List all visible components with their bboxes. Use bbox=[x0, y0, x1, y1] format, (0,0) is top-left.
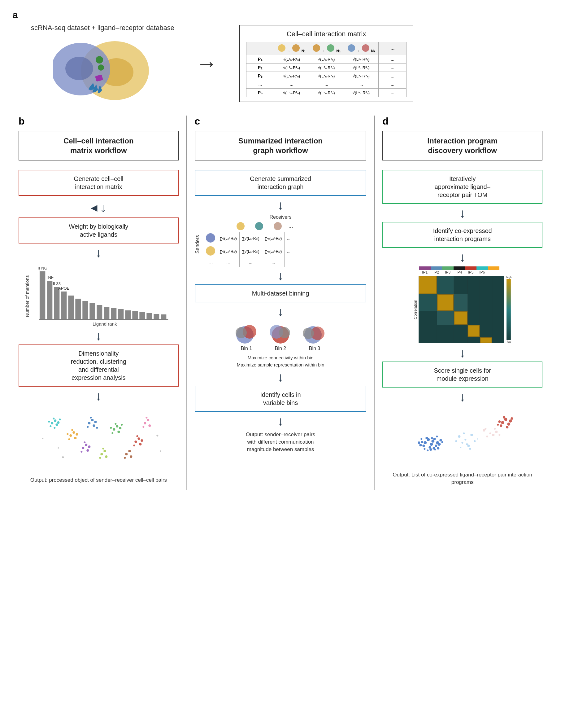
column-b: b Cell–cell interactionmatrix workflow G… bbox=[12, 116, 185, 488]
svg-point-149 bbox=[421, 441, 423, 443]
matrix-table: → N₁ → N₂ → N₃ bbox=[246, 42, 406, 97]
svg-rect-13 bbox=[40, 271, 45, 319]
svg-point-165 bbox=[434, 449, 436, 450]
svg-point-68 bbox=[138, 437, 140, 440]
svg-point-162 bbox=[418, 441, 420, 444]
svg-point-75 bbox=[93, 424, 95, 427]
panel-b-output: Output: processed object of sender–recei… bbox=[19, 476, 179, 484]
svg-point-192 bbox=[486, 436, 488, 437]
svg-point-97 bbox=[160, 450, 161, 452]
svg-point-98 bbox=[42, 438, 43, 439]
svg-rect-15 bbox=[54, 287, 59, 319]
bin-3-label: Bin 3 bbox=[309, 346, 320, 351]
svg-point-92 bbox=[130, 455, 132, 458]
arrow-c1: ↓ bbox=[195, 199, 366, 211]
arrow-c5: ↓ bbox=[195, 415, 366, 427]
svg-rect-139 bbox=[506, 279, 511, 340]
panel-d-box1: Iterativelyapproximate ligand–receptor p… bbox=[382, 170, 542, 204]
svg-point-37 bbox=[51, 422, 53, 424]
correlation-label: Correlation bbox=[413, 275, 418, 344]
svg-point-38 bbox=[54, 419, 56, 422]
umap-svg bbox=[19, 405, 179, 473]
svg-point-57 bbox=[84, 441, 86, 443]
svg-point-50 bbox=[71, 429, 73, 431]
svg-point-101 bbox=[274, 222, 282, 230]
receivers-label: Receivers bbox=[195, 214, 366, 220]
svg-rect-115 bbox=[419, 276, 436, 293]
arrow-d2: ↓ bbox=[382, 251, 542, 263]
svg-point-65 bbox=[110, 427, 112, 429]
svg-point-7 bbox=[278, 44, 285, 52]
svg-point-196 bbox=[494, 428, 496, 430]
panel-c-box3: Identify cells invariable bins bbox=[195, 386, 366, 412]
svg-point-43 bbox=[48, 421, 50, 423]
svg-point-171 bbox=[467, 445, 470, 447]
svg-point-186 bbox=[498, 420, 501, 423]
svg-point-44 bbox=[54, 427, 55, 429]
svg-point-193 bbox=[492, 434, 495, 436]
svg-rect-124 bbox=[437, 276, 454, 294]
heatmap-svg bbox=[418, 275, 504, 344]
svg-point-161 bbox=[441, 441, 443, 443]
svg-point-183 bbox=[503, 416, 506, 419]
svg-point-87 bbox=[105, 455, 107, 458]
svg-point-71 bbox=[136, 435, 138, 437]
panel-d-box3: Score single cells formodule expression bbox=[382, 362, 542, 388]
svg-point-155 bbox=[438, 443, 441, 446]
panel-b-box1: Generate cell–cellinteraction matrix bbox=[19, 170, 179, 196]
svg-point-55 bbox=[86, 449, 89, 452]
svg-point-42 bbox=[57, 421, 59, 424]
colorbar: high low bbox=[506, 275, 512, 344]
svg-point-178 bbox=[477, 438, 479, 440]
svg-point-170 bbox=[462, 442, 463, 444]
svg-point-4 bbox=[96, 56, 103, 64]
svg-point-106 bbox=[236, 327, 247, 338]
svg-point-62 bbox=[112, 432, 113, 434]
diagram-label: scRNA-seq dataset + ligand–receptor data… bbox=[31, 24, 174, 32]
svg-point-91 bbox=[128, 450, 131, 452]
svg-text:APOE: APOE bbox=[58, 286, 69, 291]
svg-point-160 bbox=[421, 438, 423, 440]
svg-point-168 bbox=[465, 439, 467, 441]
svg-point-109 bbox=[279, 327, 290, 338]
svg-point-194 bbox=[499, 434, 501, 436]
svg-point-179 bbox=[501, 421, 504, 424]
svg-point-99 bbox=[237, 222, 245, 230]
arrow-b4: ↓ bbox=[19, 390, 179, 402]
svg-point-59 bbox=[113, 428, 115, 431]
svg-point-188 bbox=[497, 424, 499, 426]
svg-rect-128 bbox=[437, 311, 454, 325]
svg-point-8 bbox=[292, 44, 300, 52]
svg-point-10 bbox=[327, 44, 334, 52]
svg-point-73 bbox=[88, 422, 90, 424]
bin-2-label: Bin 2 bbox=[275, 346, 286, 351]
svg-rect-17 bbox=[68, 296, 74, 319]
svg-point-163 bbox=[427, 450, 429, 451]
svg-point-46 bbox=[69, 434, 72, 437]
svg-text:IL33: IL33 bbox=[53, 281, 61, 286]
svg-point-95 bbox=[156, 435, 158, 436]
svg-point-54 bbox=[85, 444, 87, 446]
svg-point-53 bbox=[82, 447, 84, 449]
svg-text:TNF: TNF bbox=[46, 275, 54, 280]
svg-point-177 bbox=[469, 448, 471, 450]
arrow-c3: ↓ bbox=[195, 305, 366, 318]
svg-point-83 bbox=[143, 426, 144, 428]
svg-point-11 bbox=[348, 44, 355, 52]
panel-c-output: Output: sender–receiver pairswith differ… bbox=[195, 431, 366, 453]
umap-colored bbox=[382, 406, 542, 467]
svg-point-39 bbox=[55, 423, 58, 426]
svg-rect-18 bbox=[75, 299, 81, 319]
svg-rect-23 bbox=[111, 308, 116, 319]
arrow-c2: ↓ bbox=[195, 270, 366, 282]
svg-rect-20 bbox=[90, 303, 95, 319]
svg-point-78 bbox=[94, 421, 97, 423]
svg-point-185 bbox=[506, 426, 509, 428]
svg-point-103 bbox=[206, 246, 215, 256]
panel-c-box1: Generate summarizedinteraction graph bbox=[195, 170, 366, 196]
column-c: c Summarized interactiongraph workflow G… bbox=[189, 116, 373, 457]
panel-a-left: scRNA-seq dataset + ligand–receptor data… bbox=[31, 24, 174, 103]
svg-point-190 bbox=[489, 432, 491, 434]
svg-rect-21 bbox=[97, 305, 102, 319]
svg-point-94 bbox=[62, 456, 64, 458]
